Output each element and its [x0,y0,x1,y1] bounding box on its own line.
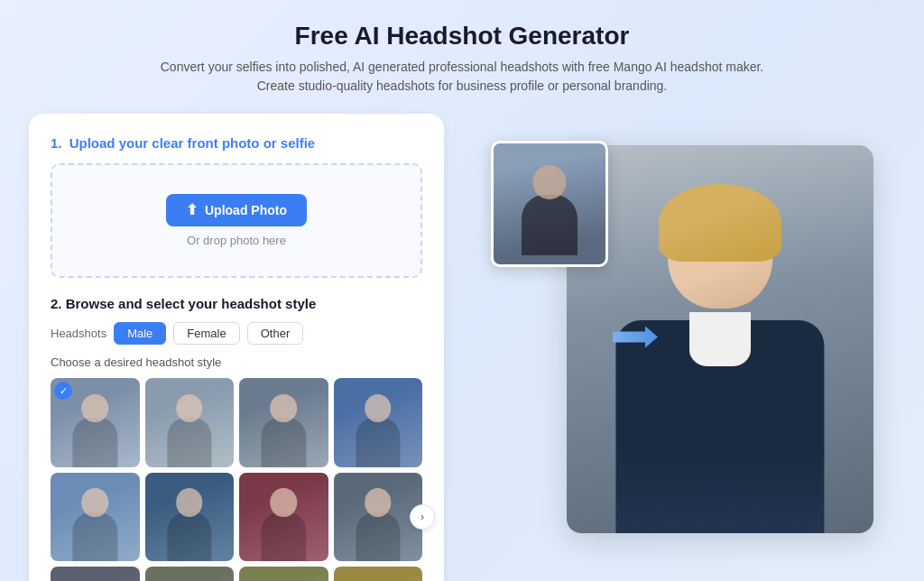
drop-text: Or drop photo here [70,234,402,247]
style-thumb-1[interactable]: ✓ [51,378,140,467]
step1-number: 1. [51,135,62,151]
page-subtitle: Convert your selfies into polished, AI g… [155,58,769,96]
filter-female[interactable]: Female [173,322,239,345]
right-panel [473,114,895,565]
page-header: Free AI Headshot Generator Convert your … [29,22,895,96]
step1-label: Upload your clear front photo or selfie [69,135,316,151]
style-grid: ✓ [51,378,422,581]
transform-arrow-icon [613,322,658,357]
left-panel: 1. Upload your clear front photo or self… [29,114,444,581]
choose-style-label: Choose a desired headshot style [51,355,422,369]
page-title: Free AI Headshot Generator [29,22,895,51]
result-hair [659,184,781,262]
filter-other[interactable]: Other [247,322,304,345]
upload-area[interactable]: ⬆ Upload Photo Or drop photo here [51,163,422,278]
main-content: 1. Upload your clear front photo or self… [29,114,895,581]
style-thumb-7[interactable] [239,473,328,562]
source-photo-container [491,141,608,267]
upload-button[interactable]: ⬆ Upload Photo [166,194,307,226]
svg-marker-0 [613,327,658,348]
source-photo [491,141,608,267]
step1-title: 1. Upload your clear front photo or self… [51,135,422,151]
style-thumb-5[interactable] [51,473,140,562]
selected-check-1: ✓ [54,382,72,400]
result-collar [689,312,751,366]
filter-row: Headshots Male Female Other [51,322,422,345]
upload-button-label: Upload Photo [205,203,287,217]
style-thumb-12[interactable] [334,567,423,581]
style-thumb-11[interactable] [239,567,328,581]
style-thumb-4[interactable] [334,378,423,467]
scroll-right-button[interactable]: › [410,504,435,530]
upload-icon: ⬆ [186,203,198,217]
style-thumb-10[interactable] [145,567,235,581]
step2-number: 2. [51,296,62,311]
filter-male[interactable]: Male [114,322,166,345]
style-thumb-3[interactable] [239,378,328,467]
style-thumb-9[interactable] [51,567,140,581]
style-thumb-2[interactable] [145,378,235,467]
style-grid-container: ✓ › ∨ [51,378,422,581]
headshots-filter-label: Headshots [51,327,106,340]
style-thumb-6[interactable] [145,473,235,562]
step2-title: 2. Browse and select your headshot style [51,296,422,311]
step2-label: Browse and select your headshot style [66,296,317,311]
